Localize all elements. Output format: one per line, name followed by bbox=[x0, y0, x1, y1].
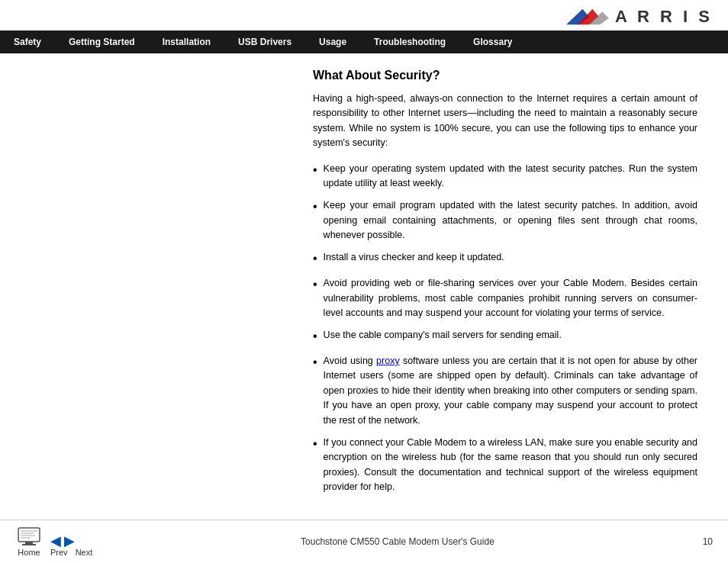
content-area: What About Security? Having a high-speed… bbox=[313, 69, 705, 494]
footer-prevnext-group: ◀ ▶ Prev Next bbox=[50, 534, 92, 557]
next-label[interactable]: Next bbox=[76, 548, 93, 557]
arris-logo-arrow bbox=[566, 6, 612, 27]
page-title: What About Security? bbox=[313, 69, 697, 82]
footer-center-text: Touchstone CM550 Cable Modem User's Guid… bbox=[92, 536, 702, 547]
list-item: Use the cable company's mail servers for… bbox=[313, 328, 697, 346]
header: A R R I S bbox=[0, 0, 728, 31]
proxy-link[interactable]: proxy bbox=[376, 355, 400, 366]
nav-item-safety[interactable]: Safety bbox=[0, 31, 55, 53]
nav-item-installation[interactable]: Installation bbox=[149, 31, 224, 53]
list-item-text: Avoid using proxy software unless you ar… bbox=[324, 354, 697, 428]
svg-rect-5 bbox=[22, 544, 36, 545]
list-item-proxy: Avoid using proxy software unless you ar… bbox=[313, 354, 697, 428]
prev-arrow-icon[interactable]: ◀ bbox=[50, 534, 61, 548]
list-item: Install a virus checker and keep it upda… bbox=[313, 250, 697, 269]
proxy-prefix: Avoid using bbox=[324, 355, 376, 366]
nav-item-getting-started[interactable]: Getting Started bbox=[55, 31, 149, 53]
arris-logo-text: A R R I S bbox=[615, 7, 713, 27]
security-tips-list: Keep your operating system updated with … bbox=[313, 162, 697, 495]
list-item-text: If you connect your Cable Modem to a wir… bbox=[324, 436, 697, 495]
list-item: Keep your email program updated with the… bbox=[313, 198, 697, 243]
svg-rect-4 bbox=[25, 542, 33, 544]
navbar: Safety Getting Started Installation USB … bbox=[0, 31, 728, 53]
home-label[interactable]: Home bbox=[18, 548, 40, 557]
list-item: Keep your operating system updated with … bbox=[313, 162, 697, 191]
intro-paragraph: Having a high-speed, always-on connectio… bbox=[313, 92, 697, 151]
list-item-text: Use the cable company's mail servers for… bbox=[324, 328, 697, 343]
footer-home-group: Home bbox=[15, 526, 43, 557]
nav-item-glossary[interactable]: Glossary bbox=[459, 31, 526, 53]
footer-left: Home ◀ ▶ Prev Next bbox=[15, 526, 92, 557]
footer: Home ◀ ▶ Prev Next Touchstone CM550 Cabl… bbox=[0, 520, 728, 563]
home-icon[interactable] bbox=[15, 526, 43, 546]
list-item-text: Avoid providing web or file-sharing serv… bbox=[324, 276, 697, 320]
nav-item-usage[interactable]: Usage bbox=[305, 31, 360, 53]
list-item: If you connect your Cable Modem to a wir… bbox=[313, 436, 697, 495]
list-item-text: Install a virus checker and keep it upda… bbox=[324, 250, 697, 265]
prevnext-icons: ◀ ▶ bbox=[50, 534, 75, 548]
logo-area: A R R I S bbox=[566, 6, 713, 27]
list-item-text: Keep your operating system updated with … bbox=[324, 162, 697, 191]
footer-page-number: 10 bbox=[703, 536, 713, 547]
prevnext-labels: Prev Next bbox=[50, 548, 92, 557]
list-item-text: Keep your email program updated with the… bbox=[324, 198, 697, 243]
nav-item-usb-drivers[interactable]: USB Drivers bbox=[224, 31, 305, 53]
svg-rect-3 bbox=[18, 528, 40, 542]
main-content: What About Security? Having a high-speed… bbox=[0, 53, 728, 517]
nav-item-troubleshooting[interactable]: Troubleshooting bbox=[360, 31, 459, 53]
list-item: Avoid providing web or file-sharing serv… bbox=[313, 276, 697, 320]
next-arrow-icon[interactable]: ▶ bbox=[64, 534, 75, 548]
prev-label[interactable]: Prev bbox=[50, 548, 68, 557]
